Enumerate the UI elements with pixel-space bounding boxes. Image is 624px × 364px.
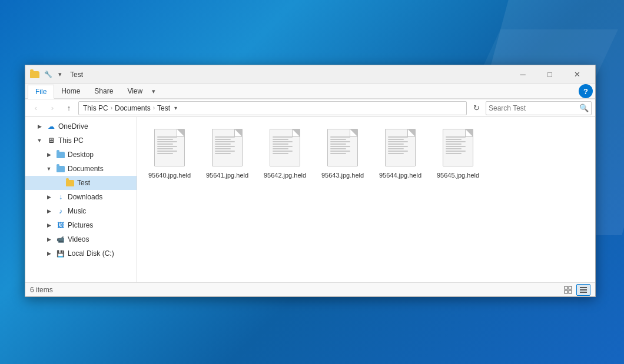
pictures-icon: 🖼 xyxy=(56,221,65,230)
toggle-downloads: ▶ xyxy=(44,192,54,202)
sidebar-item-desktop[interactable]: ▶ Desktop xyxy=(25,148,137,162)
breadcrumb-thispc[interactable]: This PC xyxy=(81,104,110,112)
document-icon xyxy=(385,129,416,166)
address-bar: ‹ › ↑ This PC › Documents › Test ▾ ↻ 🔍 xyxy=(25,99,595,117)
up-button[interactable]: ↑ xyxy=(62,101,76,115)
doc-line xyxy=(215,148,231,149)
document-icon xyxy=(270,129,300,166)
file-icon-wrap xyxy=(381,126,419,169)
sidebar-label-localdisk: Local Disk (C:) xyxy=(68,249,114,258)
doc-line xyxy=(330,141,350,142)
minimize-button[interactable]: ─ xyxy=(509,65,536,84)
toggle-localdisk: ▶ xyxy=(44,249,54,258)
search-input[interactable] xyxy=(489,104,579,112)
file-name: 95643.jpg.held xyxy=(321,171,364,179)
doc-line xyxy=(215,146,235,147)
file-item[interactable]: 95644.jpg.held xyxy=(374,123,427,183)
sidebar-label-music: Music xyxy=(68,207,86,215)
forward-button[interactable]: › xyxy=(45,101,59,115)
view-details-button[interactable] xyxy=(576,284,590,296)
sidebar-item-onedrive[interactable]: ▶ ☁ OneDrive xyxy=(25,119,137,133)
doc-line xyxy=(157,139,173,140)
sidebar-item-videos[interactable]: ▶ 📹 Videos xyxy=(25,232,137,246)
doc-line xyxy=(330,136,350,138)
qat-properties-button[interactable]: 🔧 xyxy=(43,69,54,80)
doc-line xyxy=(388,151,408,152)
doc-line xyxy=(446,139,462,140)
close-button[interactable]: ✕ xyxy=(563,65,590,84)
tab-home[interactable]: Home xyxy=(54,85,87,98)
sidebar-label-thispc: This PC xyxy=(58,136,84,145)
doc-lines xyxy=(215,136,240,154)
test-folder-icon xyxy=(65,178,75,188)
doc-line xyxy=(388,139,404,140)
qat-dropdown-button[interactable]: ▾ xyxy=(55,69,65,80)
address-path[interactable]: This PC › Documents › Test ▾ xyxy=(78,101,467,115)
toggle-onedrive: ▶ xyxy=(35,122,44,131)
tab-view[interactable]: View xyxy=(120,85,150,98)
doc-line xyxy=(446,141,466,142)
doc-line xyxy=(157,153,173,154)
status-bar: 6 items xyxy=(25,282,595,296)
toggle-pictures: ▶ xyxy=(44,221,54,230)
svg-rect-0 xyxy=(565,286,567,289)
doc-line xyxy=(157,148,173,149)
svg-rect-1 xyxy=(569,286,572,289)
file-item[interactable]: 95642.jpg.held xyxy=(258,123,311,183)
file-item[interactable]: 95640.jpg.held xyxy=(143,123,196,183)
sidebar-item-downloads[interactable]: ▶ ↓ Downloads xyxy=(25,190,137,204)
maximize-button[interactable]: □ xyxy=(536,65,563,84)
doc-line xyxy=(446,151,466,152)
toggle-videos: ▶ xyxy=(44,235,54,244)
doc-line xyxy=(446,143,462,145)
doc-line xyxy=(273,136,293,138)
tab-file[interactable]: File xyxy=(28,85,54,99)
documents-folder-icon xyxy=(56,164,65,173)
sidebar-item-localdisk[interactable]: ▶ 💾 Local Disk (C:) xyxy=(25,246,137,261)
quick-access-toolbar: 🔧 ▾ xyxy=(43,69,65,80)
doc-line xyxy=(330,151,350,152)
doc-line xyxy=(273,151,293,152)
file-item[interactable]: 95641.jpg.held xyxy=(201,123,254,183)
doc-line xyxy=(273,141,293,142)
doc-lines xyxy=(157,136,182,154)
window-title: Test xyxy=(70,71,509,79)
back-button[interactable]: ‹ xyxy=(29,101,43,115)
search-box[interactable]: 🔍 xyxy=(486,101,592,115)
refresh-button[interactable]: ↻ xyxy=(469,101,483,115)
file-item[interactable]: 95643.jpg.held xyxy=(316,123,369,183)
help-button[interactable]: ? xyxy=(579,84,593,98)
search-submit-button[interactable]: 🔍 xyxy=(579,103,589,112)
desktop-folder-icon xyxy=(56,150,65,159)
breadcrumb-test[interactable]: Test xyxy=(155,104,172,112)
window-icon xyxy=(30,70,39,79)
doc-line xyxy=(388,148,404,149)
doc-line xyxy=(215,153,231,154)
doc-lines xyxy=(446,136,470,154)
file-icon-wrap xyxy=(439,126,477,169)
file-name: 95641.jpg.held xyxy=(206,171,248,179)
doc-line xyxy=(446,148,462,149)
view-grid-button[interactable] xyxy=(561,284,575,296)
breadcrumb-documents[interactable]: Documents xyxy=(113,104,152,112)
sidebar-label-test: Test xyxy=(77,179,90,187)
breadcrumb-dropdown-button[interactable]: ▾ xyxy=(173,103,178,112)
sidebar-item-test[interactable]: ▶ Test xyxy=(25,176,137,190)
doc-line xyxy=(388,141,408,142)
toggle-thispc: ▼ xyxy=(35,136,44,145)
doc-line xyxy=(446,136,466,138)
doc-line xyxy=(388,143,404,145)
file-item[interactable]: 95645.jpg.held xyxy=(432,123,484,183)
doc-line xyxy=(273,143,288,145)
sidebar-item-music[interactable]: ▶ ♪ Music xyxy=(25,204,137,218)
tab-share[interactable]: Share xyxy=(87,85,120,98)
file-name: 95645.jpg.held xyxy=(437,171,479,179)
sidebar-item-thispc[interactable]: ▼ 🖥 This PC xyxy=(25,133,137,148)
toggle-documents: ▼ xyxy=(44,164,54,173)
item-count: 6 items xyxy=(30,286,561,294)
sidebar-item-pictures[interactable]: ▶ 🖼 Pictures xyxy=(25,218,137,232)
doc-line xyxy=(273,139,288,140)
ribbon-collapse-button[interactable]: ▾ xyxy=(150,85,158,98)
file-icon-wrap xyxy=(266,126,304,169)
sidebar-item-documents[interactable]: ▼ Documents xyxy=(25,162,137,176)
